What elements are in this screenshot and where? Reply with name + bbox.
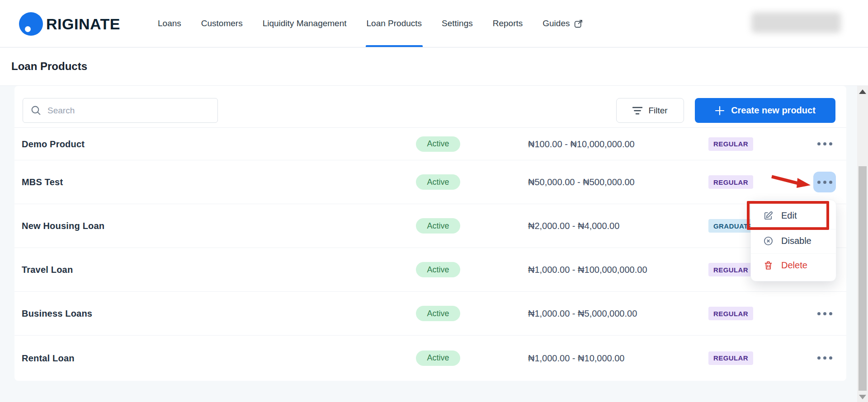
page-title: Loan Products bbox=[11, 60, 87, 73]
nav-item-reports[interactable]: Reports bbox=[493, 0, 523, 47]
row-actions-button[interactable] bbox=[813, 348, 836, 369]
loan-products-card: Filter Create new product Demo Product A… bbox=[14, 86, 846, 381]
product-name: Demo Product bbox=[22, 139, 85, 149]
menu-item-disable[interactable]: Disable bbox=[751, 229, 836, 252]
table-row[interactable]: Rental Loan Active ₦1,000.00 - ₦10,000.0… bbox=[14, 336, 846, 380]
nav-item-customers[interactable]: Customers bbox=[201, 0, 243, 47]
status-badge: Active bbox=[416, 174, 460, 190]
create-button-label: Create new product bbox=[731, 105, 816, 116]
menu-item-edit[interactable]: Edit bbox=[751, 204, 836, 228]
menu-item-delete-label: Delete bbox=[781, 260, 807, 271]
delete-icon bbox=[763, 260, 774, 271]
type-badge: REGULAR bbox=[708, 263, 753, 276]
row-actions-button[interactable] bbox=[813, 134, 836, 154]
menu-item-edit-label: Edit bbox=[781, 210, 797, 221]
table-row[interactable]: New Housing Loan Active ₦2,000.00 - ₦4,0… bbox=[14, 204, 846, 248]
dot-icon bbox=[817, 312, 821, 315]
scrollbar-up-arrow[interactable] bbox=[859, 89, 866, 94]
disable-icon bbox=[763, 236, 774, 246]
amount-range: ₦1,000.00 - ₦5,000,000.00 bbox=[528, 309, 637, 319]
table-toolbar: Filter Create new product bbox=[14, 86, 846, 128]
product-name: Travel Loan bbox=[22, 265, 73, 275]
scrollbar-thumb[interactable] bbox=[859, 166, 867, 391]
scrollbar-down-arrow[interactable] bbox=[859, 395, 866, 399]
search-icon bbox=[30, 105, 42, 116]
loan-products-page: RIGINATE Loans Customers Liquidity Manag… bbox=[0, 0, 868, 402]
status-badge: Active bbox=[416, 351, 460, 366]
type-badge: REGULAR bbox=[708, 307, 753, 320]
nav-item-settings[interactable]: Settings bbox=[442, 0, 473, 47]
type-badge: REGULAR bbox=[708, 175, 753, 189]
create-new-product-button[interactable]: Create new product bbox=[695, 98, 835, 123]
menu-item-delete[interactable]: Delete bbox=[751, 253, 836, 277]
type-badge: REGULAR bbox=[708, 351, 753, 365]
dot-icon bbox=[817, 356, 821, 360]
loan-products-table: Demo Product Active ₦100.00 - ₦10,000,00… bbox=[14, 128, 846, 380]
filter-button-label: Filter bbox=[648, 106, 667, 116]
product-name: New Housing Loan bbox=[22, 221, 104, 231]
amount-range: ₦50,000.00 - ₦500,000.00 bbox=[528, 177, 635, 187]
vertical-scrollbar[interactable] bbox=[857, 86, 868, 402]
product-name: MBS Test bbox=[22, 177, 63, 187]
nav-item-guides-label: Guides bbox=[542, 19, 570, 28]
status-badge: Active bbox=[416, 218, 460, 234]
main-nav: Loans Customers Liquidity Management Loa… bbox=[158, 0, 583, 47]
nav-item-loans[interactable]: Loans bbox=[158, 0, 181, 47]
nav-item-guides[interactable]: Guides bbox=[542, 0, 583, 47]
nav-item-liquidity-management[interactable]: Liquidity Management bbox=[263, 0, 347, 47]
dot-icon bbox=[829, 142, 832, 145]
product-name: Rental Loan bbox=[22, 353, 75, 363]
dot-icon bbox=[823, 356, 826, 360]
table-row[interactable]: Demo Product Active ₦100.00 - ₦10,000,00… bbox=[14, 128, 846, 160]
page-header: Loan Products bbox=[0, 48, 868, 86]
dot-icon bbox=[817, 142, 821, 145]
brand-name: RIGINATE bbox=[46, 15, 120, 33]
amount-range: ₦1,000.00 - ₦100,000,000.00 bbox=[528, 265, 647, 275]
row-actions-button[interactable] bbox=[813, 172, 836, 192]
dot-icon bbox=[823, 181, 826, 184]
dot-icon bbox=[829, 312, 832, 315]
table-row[interactable]: MBS Test Active ₦50,000.00 - ₦500,000.00… bbox=[14, 160, 846, 204]
plus-icon bbox=[715, 106, 725, 116]
dot-icon bbox=[823, 312, 826, 315]
type-badge: REGULAR bbox=[708, 137, 753, 151]
dot-icon bbox=[829, 181, 832, 184]
edit-icon bbox=[763, 210, 774, 221]
status-badge: Active bbox=[416, 262, 460, 277]
row-actions-button[interactable] bbox=[813, 303, 836, 324]
external-link-icon bbox=[574, 19, 583, 28]
top-navbar: RIGINATE Loans Customers Liquidity Manag… bbox=[0, 0, 868, 47]
amount-range: ₦1,000.00 - ₦10,000.00 bbox=[528, 353, 625, 363]
user-menu-redacted[interactable] bbox=[751, 12, 841, 33]
product-name: Business Loans bbox=[22, 309, 92, 319]
menu-item-disable-label: Disable bbox=[781, 236, 811, 246]
logo-dot bbox=[25, 26, 31, 32]
search-box[interactable] bbox=[23, 98, 218, 123]
table-row[interactable]: Travel Loan Active ₦1,000.00 - ₦100,000,… bbox=[14, 248, 846, 292]
dot-icon bbox=[823, 142, 826, 145]
status-badge: Active bbox=[416, 136, 460, 152]
filter-icon bbox=[632, 107, 642, 115]
table-row[interactable]: Business Loans Active ₦1,000.00 - ₦5,000… bbox=[14, 292, 846, 336]
filter-button[interactable]: Filter bbox=[616, 98, 684, 123]
amount-range: ₦100.00 - ₦10,000,000.00 bbox=[528, 139, 635, 149]
dot-icon bbox=[829, 356, 832, 360]
status-badge: Active bbox=[416, 306, 460, 321]
nav-item-loan-products[interactable]: Loan Products bbox=[367, 0, 422, 47]
amount-range: ₦2,000.00 - ₦4,000.00 bbox=[528, 221, 619, 231]
brand-logo[interactable]: RIGINATE bbox=[19, 12, 120, 36]
logo-circle-icon bbox=[19, 12, 43, 36]
dot-icon bbox=[817, 181, 821, 184]
search-input[interactable] bbox=[47, 106, 210, 116]
row-actions-menu: Edit Disable Delete bbox=[750, 200, 836, 281]
